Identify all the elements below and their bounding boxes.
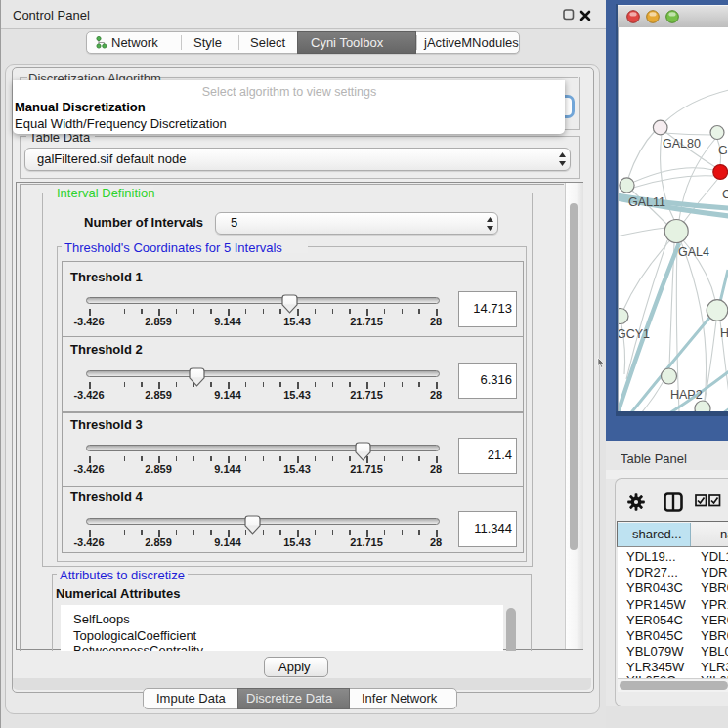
- svg-text:GAL80: GAL80: [663, 137, 701, 150]
- svg-text:C: C: [722, 188, 728, 201]
- svg-text:H: H: [720, 326, 728, 340]
- svg-text:GAL4: GAL4: [678, 245, 709, 259]
- svg-text:HAP2: HAP2: [670, 388, 703, 402]
- svg-text:G.: G.: [718, 144, 728, 157]
- svg-text:GCY1: GCY1: [619, 327, 650, 341]
- svg-text:GAL11: GAL11: [628, 195, 665, 209]
